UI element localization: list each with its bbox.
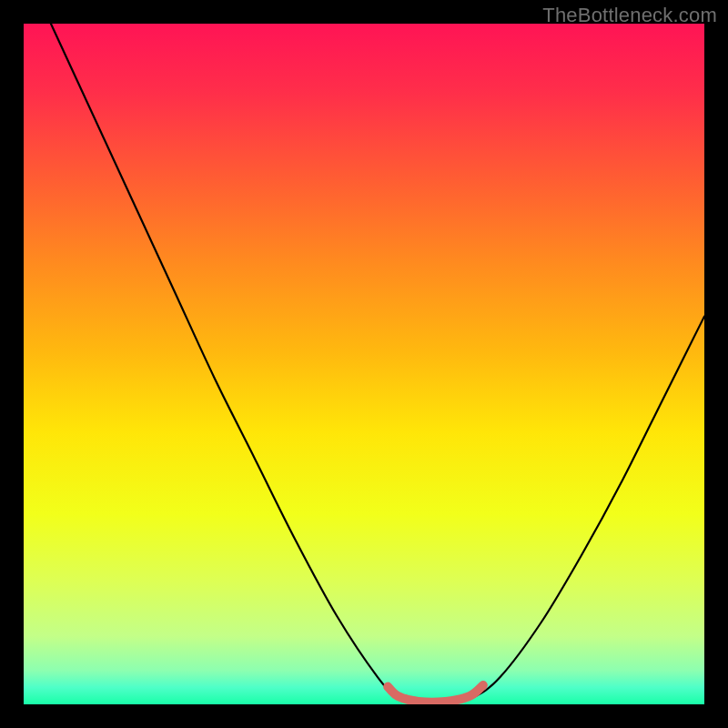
bottleneck-curve — [51, 24, 704, 704]
chart-frame: TheBottleneck.com — [0, 0, 728, 728]
plot-area — [24, 24, 704, 704]
curve-layer — [24, 24, 704, 704]
optimal-zone-highlight — [388, 685, 483, 703]
watermark-text: TheBottleneck.com — [542, 4, 717, 27]
